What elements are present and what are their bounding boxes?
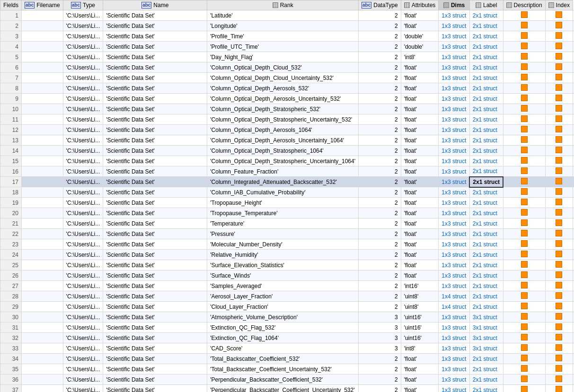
- label-cell[interactable]: [503, 42, 545, 52]
- label-button[interactable]: [521, 261, 528, 268]
- attributes-cell[interactable]: 1x3 struct: [439, 343, 470, 354]
- label-cell[interactable]: [503, 31, 545, 42]
- dims-cell[interactable]: 2x1 struct: [469, 146, 503, 156]
- attributes-cell[interactable]: 1x3 struct: [439, 229, 470, 239]
- label-button[interactable]: [521, 251, 528, 257]
- description-button[interactable]: [556, 43, 562, 49]
- description-cell[interactable]: [545, 187, 573, 198]
- attributes-cell[interactable]: 1x3 struct: [439, 333, 470, 343]
- description-cell[interactable]: [545, 177, 573, 187]
- description-button[interactable]: [556, 386, 562, 392]
- description-button[interactable]: [556, 63, 562, 70]
- description-button[interactable]: [556, 375, 562, 382]
- label-button[interactable]: [521, 115, 528, 122]
- attributes-cell[interactable]: 1x3 struct: [439, 42, 470, 52]
- table-row[interactable]: 3'C:\Users\Li...'Scientific Data Set''Pr…: [0, 31, 574, 42]
- description-button[interactable]: [556, 199, 562, 205]
- description-cell[interactable]: [545, 125, 573, 135]
- label-cell[interactable]: [503, 94, 545, 104]
- table-row[interactable]: 15'C:\Users\Li...'Scientific Data Set''C…: [0, 156, 574, 166]
- label-button[interactable]: [521, 313, 528, 320]
- description-cell[interactable]: [545, 385, 573, 392]
- table-row[interactable]: 17'C:\Users\Li...'Scientific Data Set''C…: [0, 177, 574, 187]
- table-row[interactable]: 29'C:\Users\Li...'Scientific Data Set''C…: [0, 302, 574, 312]
- dims-cell[interactable]: 2x1 struct: [469, 21, 503, 31]
- attributes-cell[interactable]: 1x4 struct: [439, 291, 470, 302]
- table-row[interactable]: 36'C:\Users\Li...'Scientific Data Set''P…: [0, 375, 574, 385]
- label-cell[interactable]: [503, 302, 545, 312]
- dims-cell[interactable]: 2x1 struct: [469, 270, 503, 281]
- header-label[interactable]: Label: [469, 0, 503, 10]
- description-cell[interactable]: [545, 104, 573, 114]
- dims-cell[interactable]: 2x1 struct: [469, 375, 503, 385]
- label-button[interactable]: [521, 365, 528, 372]
- attributes-cell[interactable]: 1x3 struct: [439, 198, 470, 208]
- table-row[interactable]: 18'C:\Users\Li...'Scientific Data Set''C…: [0, 187, 574, 198]
- label-button[interactable]: [521, 53, 528, 60]
- table-row[interactable]: 27'C:\Users\Li...'Scientific Data Set''S…: [0, 281, 574, 291]
- description-button[interactable]: [556, 136, 562, 143]
- description-cell[interactable]: [545, 364, 573, 375]
- attributes-cell[interactable]: 1x3 struct: [439, 218, 470, 229]
- table-row[interactable]: 13'C:\Users\Li...'Scientific Data Set''C…: [0, 135, 574, 146]
- label-cell[interactable]: [503, 62, 545, 73]
- label-button[interactable]: [521, 32, 528, 39]
- attributes-cell[interactable]: 1x3 struct: [439, 125, 470, 135]
- description-cell[interactable]: [545, 302, 573, 312]
- description-button[interactable]: [556, 323, 562, 330]
- dims-cell[interactable]: 3x1 struct: [469, 343, 503, 354]
- label-button[interactable]: [521, 292, 528, 299]
- label-button[interactable]: [521, 11, 528, 18]
- table-row[interactable]: 23'C:\Users\Li...'Scientific Data Set''M…: [0, 239, 574, 250]
- attributes-cell[interactable]: 1x3 struct: [439, 114, 470, 125]
- label-button[interactable]: [521, 126, 528, 132]
- dims-cell[interactable]: 2x1 struct: [469, 62, 503, 73]
- description-button[interactable]: [556, 334, 562, 340]
- label-button[interactable]: [521, 386, 528, 392]
- description-cell[interactable]: [545, 208, 573, 218]
- description-button[interactable]: [556, 53, 562, 60]
- dims-cell[interactable]: 2x1 struct: [469, 177, 503, 187]
- label-button[interactable]: [521, 271, 528, 278]
- table-row[interactable]: 26'C:\Users\Li...'Scientific Data Set''S…: [0, 270, 574, 281]
- description-button[interactable]: [556, 292, 562, 299]
- attributes-cell[interactable]: 1x3 struct: [439, 270, 470, 281]
- dims-cell[interactable]: 2x1 struct: [469, 239, 503, 250]
- label-cell[interactable]: [503, 343, 545, 354]
- header-datatype[interactable]: abc DataType: [359, 0, 401, 10]
- attributes-cell[interactable]: 1x3 struct: [439, 354, 470, 364]
- attributes-cell[interactable]: 1x3 struct: [439, 322, 470, 333]
- description-button[interactable]: [556, 11, 562, 18]
- description-cell[interactable]: [545, 73, 573, 83]
- description-cell[interactable]: [545, 229, 573, 239]
- table-row[interactable]: 11'C:\Users\Li...'Scientific Data Set''C…: [0, 114, 574, 125]
- dims-cell[interactable]: 2x1 struct: [469, 156, 503, 166]
- description-cell[interactable]: [545, 239, 573, 250]
- description-button[interactable]: [556, 147, 562, 153]
- description-cell[interactable]: [545, 322, 573, 333]
- attributes-cell[interactable]: 1x3 struct: [439, 94, 470, 104]
- dims-cell[interactable]: 2x1 struct: [469, 187, 503, 198]
- dims-cell[interactable]: 2x1 struct: [469, 364, 503, 375]
- dims-cell[interactable]: 2x1 struct: [469, 52, 503, 62]
- label-cell[interactable]: [503, 281, 545, 291]
- table-row[interactable]: 5'C:\Users\Li...'Scientific Data Set''Da…: [0, 52, 574, 62]
- table-row[interactable]: 32'C:\Users\Li...'Scientific Data Set''E…: [0, 333, 574, 343]
- label-button[interactable]: [521, 219, 528, 226]
- attributes-cell[interactable]: 1x3 struct: [439, 208, 470, 218]
- description-button[interactable]: [556, 157, 562, 164]
- table-row[interactable]: 22'C:\Users\Li...'Scientific Data Set''P…: [0, 229, 574, 239]
- label-button[interactable]: [521, 43, 528, 49]
- label-button[interactable]: [521, 303, 528, 309]
- header-filename[interactable]: abc Filename: [22, 0, 63, 10]
- description-button[interactable]: [556, 261, 562, 268]
- dims-cell[interactable]: 2x1 struct: [469, 354, 503, 364]
- description-cell[interactable]: [545, 10, 573, 21]
- label-cell[interactable]: [503, 52, 545, 62]
- description-button[interactable]: [556, 188, 562, 195]
- description-button[interactable]: [556, 95, 562, 101]
- description-cell[interactable]: [545, 62, 573, 73]
- label-cell[interactable]: [503, 260, 545, 270]
- label-cell[interactable]: [503, 312, 545, 322]
- dims-cell[interactable]: 2x1 struct: [469, 10, 503, 21]
